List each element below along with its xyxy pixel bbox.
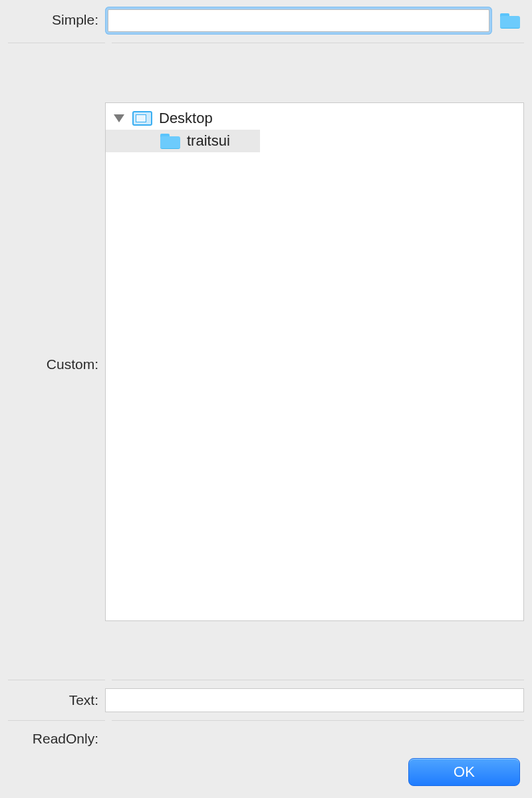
tree-row-child[interactable]: traitsui	[106, 130, 260, 152]
simple-input[interactable]	[108, 9, 489, 32]
row-readonly: ReadOnly:	[8, 729, 524, 749]
row-simple: Simple:	[8, 7, 524, 35]
folder-icon	[500, 13, 517, 28]
button-row: OK	[8, 749, 524, 790]
disclosure-triangle-icon[interactable]	[114, 114, 124, 122]
text-input[interactable]	[105, 688, 524, 712]
custom-field-col: Desktop traitsui	[105, 51, 524, 672]
simple-field-col	[105, 7, 524, 35]
label-readonly: ReadOnly:	[8, 731, 105, 747]
desktop-icon	[132, 111, 152, 126]
tree-row-root[interactable]: Desktop	[106, 107, 523, 130]
separator-2	[8, 680, 524, 680]
readonly-value	[105, 729, 108, 749]
tree-child-label: traitsui	[187, 132, 230, 150]
label-text: Text:	[8, 692, 105, 708]
form-root: Simple: Custom: Desktop tr	[0, 0, 532, 798]
browse-button[interactable]	[500, 11, 524, 30]
label-simple: Simple:	[8, 7, 105, 28]
simple-input-focus-ring	[105, 7, 492, 35]
label-custom: Custom:	[8, 351, 105, 372]
tree-root-label: Desktop	[159, 110, 213, 127]
readonly-field-col	[105, 729, 524, 749]
directory-tree[interactable]: Desktop traitsui	[105, 102, 524, 621]
separator-1	[8, 43, 524, 43]
text-field-col	[105, 688, 524, 712]
ok-button[interactable]: OK	[408, 758, 520, 786]
separator-3	[8, 720, 524, 721]
row-text: Text:	[8, 688, 524, 712]
folder-icon	[160, 134, 180, 148]
row-custom: Custom: Desktop traitsui	[8, 51, 524, 672]
